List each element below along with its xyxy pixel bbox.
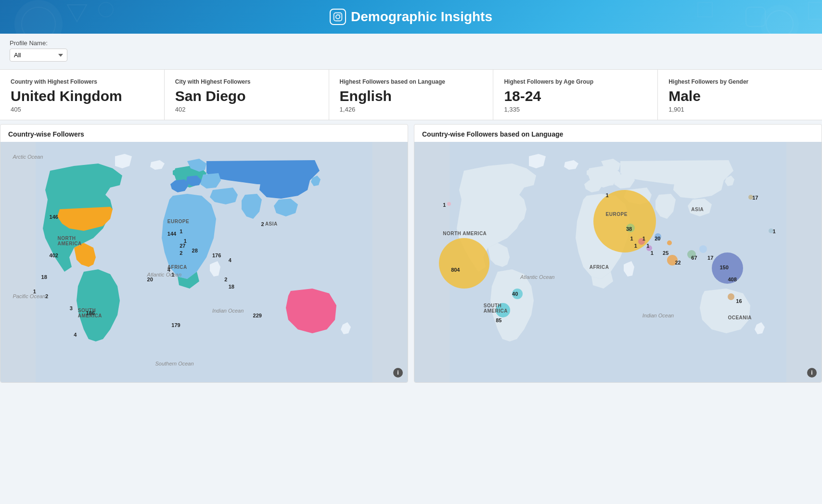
stat-card-language-value: English	[340, 88, 483, 104]
map-num-18b: 18	[229, 284, 234, 290]
rmap-num-16: 16	[736, 298, 742, 304]
stat-cards-row: Country with Highest Followers United Ki…	[0, 69, 822, 120]
bubble-na-small	[447, 202, 451, 206]
left-map-info-button[interactable]: i	[393, 368, 403, 378]
map-num-179: 179	[171, 322, 180, 328]
profile-label: Profile Name:	[10, 39, 812, 47]
map-num-27: 27	[180, 243, 185, 249]
profile-section: Profile Name: All Profile 1 Profile 2	[0, 34, 822, 65]
stat-card-age-value: 18-24	[504, 88, 647, 104]
region-asia: ASIA	[265, 221, 278, 227]
stat-card-language: Highest Followers based on Language Engl…	[329, 70, 494, 120]
map-num-2b: 2	[180, 250, 182, 256]
stat-card-gender-label: Highest Followers by Gender	[668, 78, 811, 85]
instagram-icon	[330, 9, 346, 25]
region-europe: EUROPE	[167, 219, 189, 224]
rmap-num-804: 804	[451, 267, 460, 273]
map-num-146: 146	[50, 214, 58, 220]
rmap-num-85: 85	[496, 317, 501, 323]
left-map-container: Arctic Ocean Pacific Ocean Atlantic Ocea…	[0, 142, 408, 382]
rmap-num-1d: 1	[634, 243, 637, 249]
svg-point-11	[340, 14, 341, 15]
stat-card-country-value: United Kingdom	[11, 88, 154, 104]
stat-card-gender-value: Male	[668, 88, 811, 104]
map-num-186: 186	[86, 310, 95, 316]
ocean-label-pacific: Pacific Ocean	[13, 293, 45, 299]
stat-card-country-label: Country with Highest Followers	[11, 78, 154, 85]
map-num-176: 176	[212, 252, 221, 258]
map-num-229: 229	[253, 313, 262, 318]
map-num-144: 144	[167, 231, 176, 237]
region-label-as: ASIA	[691, 207, 704, 212]
rmap-num-22: 22	[675, 260, 681, 265]
header-title: Demographic Insights	[0, 9, 822, 25]
map-num-18: 18	[41, 274, 47, 280]
ocean-label-right-atlantic: Atlantic Ocean	[520, 274, 555, 280]
right-map-title: Country-wise Followers based on Language	[414, 125, 822, 142]
stat-card-city: City with Highest Followers San Diego 40…	[165, 70, 329, 120]
map-num-4a: 4	[74, 332, 77, 338]
rmap-num-1b: 1	[606, 192, 609, 198]
map-num-402: 402	[50, 252, 58, 258]
svg-rect-9	[334, 13, 342, 21]
stat-card-language-count: 1,426	[340, 106, 483, 113]
rmap-num-1f: 1	[646, 243, 649, 249]
rmap-num-1e: 1	[642, 236, 645, 241]
stat-card-age-label: Highest Followers by Age Group	[504, 78, 647, 85]
left-map-title: Country-wise Followers	[0, 125, 408, 142]
right-map-container: NORTH AMERICA SOUTHAMERICA EUROPE AFRICA…	[414, 142, 822, 382]
map-num-4b: 4	[167, 267, 170, 273]
ocean-label-right-indian: Indian Ocean	[642, 313, 674, 318]
rmap-num-150: 150	[720, 265, 729, 270]
stat-card-language-label: Highest Followers based on Language	[340, 78, 483, 85]
page-header: Demographic Insights	[0, 0, 822, 34]
region-label-oceania: OCEANIA	[728, 315, 752, 320]
right-map-panel: Country-wise Followers based on Language	[414, 124, 822, 383]
map-num-2c: 2	[224, 277, 227, 282]
rmap-num-1a: 1	[443, 202, 446, 208]
rmap-num-1h: 1	[772, 228, 775, 234]
stat-card-age-count: 1,335	[504, 106, 647, 113]
map-num-28: 28	[192, 248, 198, 253]
stat-card-city-count: 402	[175, 106, 318, 113]
bubble-english-na	[439, 238, 489, 289]
stat-card-country-count: 405	[11, 106, 154, 113]
map-num-20: 20	[147, 277, 153, 282]
stat-card-age: Highest Followers by Age Group 18-24 1,3…	[493, 70, 658, 120]
maps-row: Country-wise Followers	[0, 124, 822, 389]
bubble-eu5	[667, 240, 672, 245]
region-label-eu: EUROPE	[606, 212, 628, 217]
right-map-info-button[interactable]: i	[807, 368, 817, 378]
region-label-af: AFRICA	[590, 265, 609, 270]
rmap-num-40: 40	[512, 291, 518, 297]
ocean-label-indian: Indian Ocean	[212, 308, 244, 314]
rmap-num-1g: 1	[651, 250, 654, 256]
rmap-num-20: 20	[655, 236, 660, 241]
map-num-3: 3	[70, 305, 73, 311]
map-num-2a: 2	[45, 293, 48, 299]
map-num-2d: 2	[261, 221, 264, 227]
map-num-1a: 1	[33, 289, 36, 294]
stat-card-city-value: San Diego	[175, 88, 318, 104]
map-num-1d: 1	[171, 272, 174, 277]
profile-select[interactable]: All Profile 1 Profile 2	[10, 49, 67, 62]
left-map-panel: Country-wise Followers	[0, 124, 408, 383]
rmap-num-17a: 17	[707, 255, 713, 261]
stat-card-country: Country with Highest Followers United Ki…	[0, 70, 165, 120]
map-num-1b: 1	[180, 228, 182, 234]
stat-card-gender-count: 1,901	[668, 106, 811, 113]
ocean-label-southern: Southern Ocean	[155, 361, 193, 366]
ocean-label-arctic: Arctic Ocean	[13, 154, 43, 160]
region-label-sa: SOUTHAMERICA	[484, 303, 508, 314]
stat-card-city-label: City with Highest Followers	[175, 78, 318, 85]
region-north-america: NORTHAMERICA	[57, 236, 81, 246]
rmap-num-17b: 17	[752, 195, 758, 201]
stat-card-gender: Highest Followers by Gender Male 1,901	[658, 70, 822, 120]
rmap-num-1c: 1	[630, 236, 633, 241]
rmap-num-408: 408	[728, 277, 736, 282]
map-num-4c: 4	[229, 257, 231, 263]
region-label-na: NORTH AMERICA	[443, 231, 487, 236]
svg-point-10	[336, 15, 340, 19]
rmap-num-25: 25	[663, 250, 668, 256]
rmap-num-67: 67	[691, 255, 697, 261]
